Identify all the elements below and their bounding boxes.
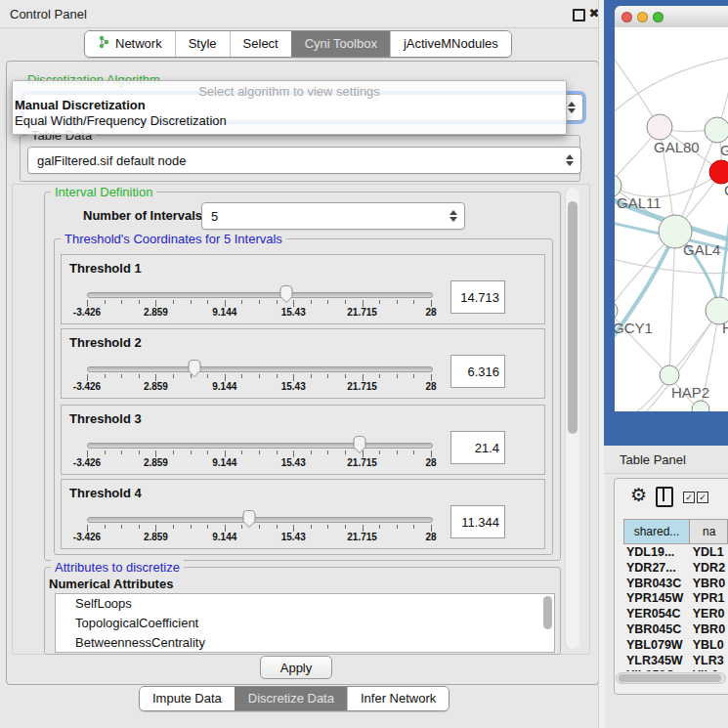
columns-icon[interactable] (656, 487, 673, 507)
checkbox-icon[interactable]: ✓ (697, 492, 708, 503)
tick-mark (327, 300, 328, 304)
table-row[interactable]: YBR043CYBR0 (623, 577, 728, 592)
tab-label: jActiveMNodules (404, 36, 498, 51)
app-root: Control Panel ✖ NetworkStyleSelectCyni T… (0, 0, 728, 728)
threshold-slider-track[interactable] (87, 292, 433, 298)
table-row[interactable]: YLR345WYLR3 (623, 654, 728, 669)
threshold-value-field[interactable]: 14.713 (450, 280, 505, 314)
table-row[interactable]: YBL079WYBL0 (623, 638, 728, 654)
tick-mark (207, 450, 208, 454)
tab-discretize-data[interactable]: Discretize Data (235, 687, 347, 710)
column-header-shared-name[interactable]: shared... (623, 519, 690, 544)
tab-network[interactable]: Network (85, 31, 175, 57)
threshold-value-field[interactable]: 6.316 (450, 355, 505, 388)
tab-style[interactable]: Style (175, 31, 230, 57)
number-of-intervals-combo[interactable]: 5 (201, 202, 465, 230)
tick-label: 15.43 (281, 457, 306, 468)
network-edge[interactable] (669, 232, 675, 375)
tick-mark (155, 300, 156, 307)
node-top-right[interactable] (705, 117, 728, 143)
scrollbar-thumb[interactable] (619, 674, 721, 682)
tick-mark (311, 374, 312, 378)
table-row[interactable]: YER054CYER0 (623, 607, 728, 622)
tick-mark (413, 300, 414, 304)
tick-mark (191, 300, 192, 304)
network-edge[interactable] (615, 49, 660, 127)
gear-icon[interactable]: ⚙ (630, 486, 647, 504)
tick-label: 21.715 (347, 381, 377, 392)
tab-infer-network[interactable]: Infer Network (347, 687, 449, 710)
network-canvas[interactable]: GAL80GACGAL11GAL4GCY1HHAP2 (615, 27, 728, 411)
close-traffic-light-icon[interactable] (621, 12, 632, 22)
threshold-slider-track[interactable] (87, 443, 433, 449)
table-row[interactable]: YBR045CYBR0 (623, 622, 728, 638)
threshold-value-field[interactable]: 21.4 (450, 431, 505, 464)
cell-name: YIL0 (686, 668, 728, 671)
network-edge[interactable] (615, 57, 728, 120)
tick-mark (413, 525, 414, 529)
node-bottom[interactable] (692, 401, 709, 411)
cell-shared-name: YDL19... (623, 545, 686, 561)
node-gal80[interactable] (647, 114, 672, 140)
tab-cyni-toolbox[interactable]: Cyni Toolbox (291, 31, 390, 57)
tick-label: 15.43 (281, 381, 306, 392)
tick-mark (87, 300, 88, 307)
tab-impute-data[interactable]: Impute Data (140, 687, 235, 710)
tick-mark (327, 374, 328, 378)
list-scrollbar-thumb[interactable] (543, 596, 552, 629)
checkbox-icon[interactable]: ✓ (683, 492, 695, 503)
algorithm-option[interactable]: Manual Discretization (15, 98, 146, 112)
tick-mark (397, 525, 398, 529)
tick-mark (379, 525, 380, 529)
threshold-box: Threshold 1-3.4262.8599.14415.4321.71528… (61, 254, 545, 324)
table-horizontal-scrollbar[interactable] (616, 672, 726, 684)
algorithm-option[interactable]: Equal Width/Frequency Discretization (15, 113, 227, 128)
tick-mark (431, 450, 432, 457)
table-row[interactable]: YDL19...YDL1 (623, 545, 728, 561)
network-edge[interactable] (615, 257, 728, 274)
settings-vertical-scrollbar[interactable] (565, 188, 579, 649)
combo-stepper-icon (566, 154, 574, 166)
tick-mark (431, 525, 432, 532)
table-row[interactable]: YPR145WYPR1 (623, 591, 728, 607)
tick-mark (397, 450, 398, 454)
tick-mark (259, 450, 260, 454)
column-header-name[interactable]: na (689, 519, 728, 544)
attribute-list-item[interactable]: BetweennessCentrality (56, 633, 554, 653)
tick-mark (363, 450, 364, 457)
table-data-combo[interactable]: galFiltered.sif default node (27, 147, 581, 174)
node-hap2[interactable] (660, 365, 679, 385)
apply-button[interactable]: Apply (260, 656, 332, 679)
zoom-traffic-light-icon[interactable] (653, 12, 664, 22)
threshold-value-field[interactable]: 11.344 (450, 505, 505, 538)
table-row[interactable]: YIL052CYIL0 (623, 668, 728, 671)
tick-mark (277, 525, 278, 529)
tick-label: 2.859 (144, 532, 168, 542)
attribute-list-item[interactable]: SelfLoops (56, 594, 554, 614)
minimize-traffic-light-icon[interactable] (637, 12, 648, 22)
numerical-attributes-label: Numerical Attributes (49, 577, 173, 591)
tick-mark (207, 374, 208, 378)
node-gcy1[interactable] (615, 301, 618, 321)
tick-mark (277, 374, 278, 378)
float-window-icon[interactable] (573, 9, 585, 21)
tick-mark (311, 525, 312, 529)
tick-label: 21.715 (347, 307, 377, 318)
tab-select[interactable]: Select (230, 31, 291, 57)
tick-mark (379, 300, 380, 304)
node-red[interactable] (709, 160, 728, 184)
scrollbar-thumb[interactable] (568, 201, 578, 434)
tick-label: 2.859 (144, 381, 168, 392)
tab-jactivemnodules[interactable]: jActiveMNodules (390, 31, 511, 57)
threshold-slider-track[interactable] (87, 366, 433, 372)
tab-label: Select (243, 36, 278, 51)
threshold-slider-track[interactable] (87, 517, 433, 523)
numerical-attributes-list[interactable]: SelfLoopsTopologicalCoefficientBetweenne… (55, 593, 555, 653)
attribute-list-item[interactable]: TopologicalCoefficient (56, 614, 554, 633)
table-row[interactable]: YDR27...YDR2 (623, 561, 728, 577)
threshold-box: Threshold 3-3.4262.8599.14415.4321.71528… (61, 405, 545, 475)
threshold-label: Threshold 1 (69, 261, 142, 276)
tick-mark (155, 525, 156, 532)
cell-shared-name: YER054C (623, 607, 686, 622)
number-of-intervals-value: 5 (211, 209, 218, 224)
